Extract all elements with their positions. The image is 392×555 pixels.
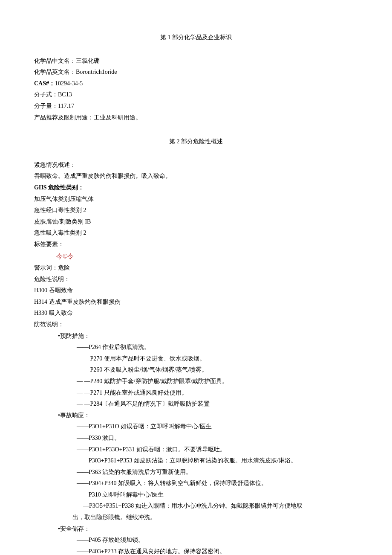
section-2-title: 第 2 部分危险性概述 — [34, 136, 358, 148]
prevention-p284: — —P284〔在通风不足的情况下〕戴呼吸防护装置 — [34, 398, 358, 410]
response-p303-361-353: ——P303+P361+P353 如皮肤沾染：立即脱掉所有沾染的衣服。用水清洗皮… — [34, 455, 358, 467]
precaution-label: 防范说明： — [34, 319, 358, 331]
emergency-label: 紧急情况概述： — [34, 160, 358, 171]
hazard-h330: H330 吸入致命 — [34, 308, 358, 319]
label-elements: 标签要素： — [34, 239, 358, 250]
mw-value: 117.17 — [58, 103, 74, 109]
signal-label: 警示词： — [34, 264, 58, 271]
prevention-p280: — —P280 戴防护手套/穿防护服/戴防护眼罩/戴防护面具。 — [34, 376, 358, 387]
ghs-label: GHS 危险性类别： — [34, 182, 358, 194]
formula-row: 分子式：BC13 — [34, 89, 358, 101]
cas-row: CAS#：10294-34-5 — [34, 78, 358, 90]
response-p301-330-331: ——P3O1+P33O+P331 如误吞咽：漱口。不要诱导呕吐。 — [34, 444, 358, 456]
response-p330: ——P330 漱口。 — [34, 433, 358, 444]
name-cn-label: 化学品中文名： — [34, 58, 76, 64]
signal-value: 危险 — [58, 264, 70, 271]
ghs-label-text: GHS 危险性类别： — [34, 184, 84, 191]
signal-row: 警示词：危险 — [34, 262, 358, 274]
prevention-p264: ——P264 作业后彻底清洗。 — [34, 342, 358, 353]
prevention-p271: — —P271 只能在室外或通风良好处使用。 — [34, 387, 358, 399]
response-head: •事故响应： — [34, 410, 358, 421]
use-label: 产品推荐及限制用途： — [34, 114, 94, 121]
storage-p403-233: ——P403+P233 存放在通风良好的地方。保持容器密闭。 — [34, 546, 358, 555]
response-p301-310: ——P3O1+P31O 如误吞咽：立即呼叫解毒中心/医生 — [34, 421, 358, 433]
name-en-label: 化学品英文名： — [34, 69, 76, 75]
ghs-item-4: 急性吸入毒性类别 2 — [34, 227, 358, 239]
prevention-p260: — —P260 不要吸入粉尘/烟/气体/烟雾/蒸气/喷雾。 — [34, 364, 358, 376]
ghs-item-3: 皮肤腐蚀/刺激类别 IB — [34, 216, 358, 228]
name-cn-row: 化学品中文名：三氯化硼 — [34, 55, 358, 67]
formula-label: 分子式： — [34, 91, 58, 98]
ghs-item-2: 急性经口毒性类别 2 — [34, 205, 358, 216]
section-1-title: 第 1 部分化学品及企业标识 — [34, 32, 358, 44]
name-en-value: Borontrich1oride — [76, 69, 117, 75]
use-row: 产品推荐及限制用途：工业及科研用途。 — [34, 112, 358, 124]
storage-head: •安全储存： — [34, 523, 358, 535]
response-p363: ——P363 沾染的衣服清洗后方可重新使用。 — [34, 467, 358, 478]
section-1-body: 化学品中文名：三氯化硼 化学品英文名：Borontrich1oride CAS#… — [34, 55, 358, 124]
name-en-row: 化学品英文名：Borontrich1oride — [34, 67, 358, 78]
name-cn-value: 三氯化硼 — [76, 58, 100, 64]
response-p305-cont: 出，取出隐形眼镜。继续冲洗。 — [34, 512, 358, 523]
emergency-text: 吞咽致命。造成严重皮肤灼伤和眼损伤。吸入致命。 — [34, 171, 358, 182]
prevention-head: •预防措施： — [34, 331, 358, 342]
ghs-item-1: 加压气体类别压缩气体 — [34, 194, 358, 205]
cas-label: CAS#： — [34, 80, 55, 87]
prevention-p270: — —P270 使用本产品时不要进食、饮水或吸烟。 — [34, 353, 358, 365]
section-2-body: 紧急情况概述： 吞咽致命。造成严重皮肤灼伤和眼损伤。吸入致命。 GHS 危险性类… — [34, 160, 358, 555]
hazard-h314: H314 造成严重皮肤灼伤和眼损伤 — [34, 296, 358, 308]
mw-label: 分子量： — [34, 103, 58, 109]
storage-p405: ——P405 存放处须加锁。 — [34, 535, 358, 546]
cas-value: 10294-34-5 — [55, 80, 83, 87]
hazard-h300: H300 吞咽致命 — [34, 285, 358, 296]
formula-value: BC13 — [58, 91, 72, 98]
response-p304-340: ——P304+P340 如误吸入：将人转移到空气新鲜处，保持呼吸舒适体位。 — [34, 478, 358, 489]
response-p305-351-338: —P3O5+P351+P338 如进入眼睛：用水小心冲洗几分钟。如戴隐形眼镜并可… — [34, 500, 358, 512]
response-p310: ——P310 立即呼叫解毒中心/医生 — [34, 489, 358, 501]
pictogram-icons: 今©令 — [34, 250, 358, 263]
mw-row: 分子量：117.17 — [34, 101, 358, 112]
use-value: 工业及科研用途。 — [94, 114, 141, 121]
hazard-label: 危险性说明： — [34, 274, 358, 285]
